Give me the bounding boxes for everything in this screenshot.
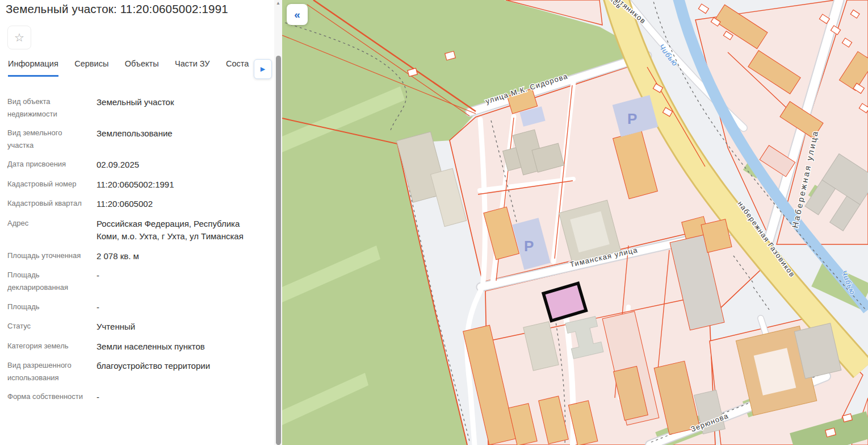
field-value: благоустройство территории xyxy=(97,359,261,373)
field-row: Категория земель Земли населенных пункто… xyxy=(0,340,267,360)
parking-icon: P xyxy=(524,238,534,255)
field-value: 11:20:0605002:1991 xyxy=(97,178,261,192)
field-row: Статус Учтенный xyxy=(0,320,267,340)
field-value: Земельный участок xyxy=(97,95,261,109)
attributes-list: Вид объекта недвижимости Земельный участ… xyxy=(0,90,267,410)
scrollbar-thumb[interactable] xyxy=(276,56,281,445)
field-value: Землепользование xyxy=(97,127,261,140)
field-row: Площадь декларированная - xyxy=(0,269,267,300)
field-label: Площадь уточненная xyxy=(7,249,89,262)
field-value: - xyxy=(97,269,261,282)
field-label: Адрес xyxy=(7,217,89,230)
favorite-button[interactable]: ☆ xyxy=(7,26,31,49)
object-info-panel: Земельный участок: 11:20:0605002:1991 ☆ … xyxy=(0,0,274,445)
field-label: Кадастровый номер xyxy=(7,178,89,190)
field-row: Вид земельного участка Землепользование xyxy=(0,127,267,158)
field-value: Земли населенных пунктов xyxy=(97,340,261,353)
map-canvas[interactable]: улица М.К. Сидорова Тиманская улица Зерю… xyxy=(282,0,868,445)
field-value: 2 078 кв. м xyxy=(97,249,261,263)
field-value: Учтенный xyxy=(97,320,261,334)
double-chevron-left-icon: « xyxy=(294,9,300,21)
field-label: Вид земельного участка xyxy=(7,127,89,152)
field-label: Вид разрешенного использования xyxy=(7,359,89,384)
field-value: - xyxy=(97,301,261,314)
map-svg: улица М.К. Сидорова Тиманская улица Зерю… xyxy=(282,0,868,445)
tab-objects[interactable]: Объекты xyxy=(125,59,159,75)
tab-services[interactable]: Сервисы xyxy=(74,59,108,75)
field-label: Форма собственности xyxy=(7,390,89,403)
field-value: Российская Федерация, Республика Коми, м… xyxy=(97,217,261,243)
field-row: Дата присвоения 02.09.2025 xyxy=(0,158,267,178)
tab-parts[interactable]: Части ЗУ xyxy=(175,59,210,75)
field-label: Дата присвоения xyxy=(7,158,89,170)
field-label: Кадастровый квартал xyxy=(7,197,89,210)
tab-sostav-truncated[interactable]: Соста xyxy=(226,59,249,75)
collapse-panel-button[interactable]: « xyxy=(287,4,308,25)
page-title: Земельный участок: 11:20:0605002:1991 xyxy=(0,0,274,16)
scrollbar-up-icon[interactable]: ▲ xyxy=(274,0,282,7)
parking-icon: P xyxy=(627,110,637,127)
tabs-scroll-right-button[interactable]: ▶ xyxy=(254,59,272,79)
field-label: Площадь xyxy=(7,301,89,313)
field-row: Вид объекта недвижимости Земельный участ… xyxy=(0,90,267,127)
field-row: Кадастровый квартал 11:20:0605002 xyxy=(0,197,267,217)
field-value: 11:20:0605002 xyxy=(97,197,261,211)
field-row: Вид разрешенного использования благоустр… xyxy=(0,359,267,390)
field-row: Форма собственности - xyxy=(0,390,267,410)
chevron-right-icon: ▶ xyxy=(261,65,265,73)
field-row: Адрес Российская Федерация, Республика К… xyxy=(0,217,267,249)
panel-scrollbar[interactable]: ▲ xyxy=(274,0,282,445)
field-label: Статус xyxy=(7,320,89,332)
cadastral-map-app: Земельный участок: 11:20:0605002:1991 ☆ … xyxy=(0,0,868,445)
field-row: Площадь - xyxy=(0,301,267,321)
field-row: Площадь уточненная 2 078 кв. м xyxy=(0,249,267,269)
tab-information[interactable]: Информация xyxy=(8,59,58,77)
field-row: Кадастровый номер 11:20:0605002:1991 xyxy=(0,178,267,198)
tab-bar: Информация Сервисы Объекты Части ЗУ Сост… xyxy=(0,59,274,78)
field-value: 02.09.2025 xyxy=(97,158,261,172)
field-value: - xyxy=(97,390,261,404)
field-label: Площадь декларированная xyxy=(7,269,89,294)
field-label: Категория земель xyxy=(7,340,89,352)
star-icon: ☆ xyxy=(14,31,24,44)
field-label: Вид объекта недвижимости xyxy=(7,95,89,120)
